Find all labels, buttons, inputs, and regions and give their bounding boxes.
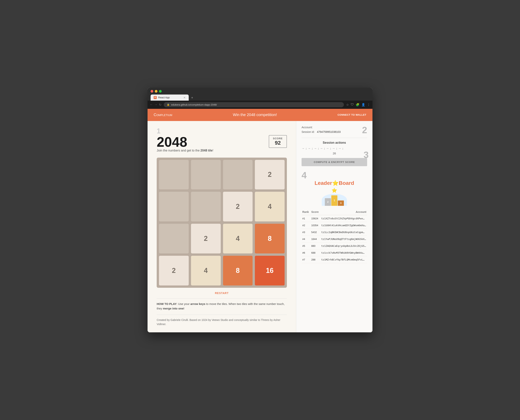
tile — [159, 160, 189, 190]
session-id-value: 4794759951038103 — [317, 130, 341, 133]
leaderboard-row: #4 1644 tz1YwPJUNoU9qQTtFtsg6mjWUGSkX… — [301, 236, 367, 242]
game-panel: 1 2048 Join the numbers and get to the 2… — [148, 121, 296, 332]
how-to-play: HOW TO PLAY: Use your arrow keys to move… — [157, 298, 287, 311]
score-cell: 5432 — [310, 229, 320, 236]
account-cell: tz1MZrh8CvYkp7BfLQMcm6mq5FvL… — [320, 256, 367, 263]
profile-icon[interactable]: 👤 — [362, 103, 365, 106]
leaderboard-row: #6 688 tz1cck7sNvM3TWkUA9VGWnyBW44u… — [301, 249, 367, 256]
session-actions-title: Session actions — [301, 138, 367, 144]
rank-cell: #7 — [301, 256, 310, 263]
address-bar: ← → ↻ 🔒 edukera.github.io/completium-dap… — [148, 101, 372, 109]
score-cell: 688 — [310, 249, 320, 256]
action-arrow: ↓ — [342, 147, 344, 150]
step-2-number: 2 — [362, 126, 367, 135]
leaderboard-star: ⭐ — [332, 180, 339, 186]
action-arrow: ↓ — [305, 147, 307, 150]
score-value: 92 — [273, 140, 283, 146]
tab-close-icon[interactable]: ✕ — [183, 96, 186, 99]
leaderboard-row: #2 10354 tz1UUHt41ukVHcamQ5YZgGWsm6mXa… — [301, 222, 367, 229]
browser-window: R React App ✕ + ← → ↻ 🔒 edukera.github.i… — [148, 88, 372, 332]
step-4-number: 4 — [301, 171, 307, 180]
restart-button[interactable]: RESTART — [157, 292, 287, 295]
score-label: SCORE — [273, 137, 283, 140]
subtitle-start: Join the numbers and get to the — [157, 149, 200, 152]
app-header: Completium Win the 2048 competition! CON… — [148, 109, 372, 121]
shield-icon[interactable]: 🛡 — [351, 103, 354, 106]
leaderboard-row: #7 288 tz1MZrh8CvYkp7BfLQMcm6mq5FvL… — [301, 256, 367, 263]
score-cell: 15624 — [310, 215, 320, 222]
action-arrow: → — [338, 147, 341, 150]
leaderboard-header: Leader⭐Board — [301, 180, 367, 186]
score-cell: 1644 — [310, 236, 320, 242]
action-arrow: → — [332, 147, 335, 150]
tile: 8 — [255, 224, 285, 254]
action-arrow: ↓ — [330, 147, 331, 150]
leaderboard-row: #3 5432 tz1Lc2qBKEWCBeDU8npG6zCeCqpm… — [301, 229, 367, 236]
tile: 4 — [255, 192, 285, 221]
app-tagline: Win the 2048 competition! — [172, 113, 338, 117]
leaderboard-row: #1 15624 tz1XZ7s6uStC2hZVpPQhXgcdXPwx… — [301, 215, 367, 222]
action-arrow: → — [301, 147, 305, 150]
account-cell: tz1ZAQXACaEqryobpBoLbJUc2DjG5… — [320, 242, 367, 249]
account-label: Account: — [301, 126, 341, 129]
account-cell: tz1cck7sNvM3TWkUA9VGWnyBW44u… — [320, 249, 367, 256]
account-cell: tz1UUHt41ukVHcamQ5YZgGWsm6mXa… — [320, 222, 367, 229]
game-grid: 22424824816 — [157, 158, 287, 288]
game-header: 2048 Join the numbers and get to the 204… — [157, 135, 287, 156]
action-arrow: → — [326, 147, 329, 150]
forward-button[interactable]: → — [154, 103, 158, 106]
tile — [191, 192, 221, 221]
extensions-icon[interactable]: 🧩 — [356, 103, 360, 106]
rank-header: Rank — [301, 209, 310, 215]
leaderboard-title: Leader⭐Board — [315, 180, 354, 186]
right-panel: Account: Session id: 4794759951038103 2 … — [296, 121, 372, 332]
maximize-button[interactable] — [159, 90, 162, 93]
browser-chrome: R React App ✕ + — [148, 88, 372, 101]
tile: 2 — [191, 224, 221, 254]
back-button[interactable]: ← — [150, 103, 153, 106]
close-button[interactable] — [151, 90, 153, 93]
arrow-keys: arrow keys — [190, 302, 205, 306]
action-arrow: → — [320, 147, 323, 150]
tile — [191, 160, 221, 190]
action-arrow: ↓ — [336, 147, 337, 150]
tile — [159, 192, 189, 221]
action-arrow: ↓ — [324, 147, 325, 150]
game-subtitle: Join the numbers and get to the 2048 til… — [157, 149, 213, 152]
tile — [159, 224, 189, 254]
browser-tab[interactable]: R React App ✕ — [151, 95, 189, 101]
traffic-lights — [151, 90, 369, 93]
subtitle-end: ! — [212, 149, 213, 152]
action-arrow: ↓ — [317, 147, 319, 150]
connect-wallet-button[interactable]: CONNECT TO WALLET — [338, 113, 366, 116]
score-cell: 10354 — [310, 222, 320, 229]
tile: 2 — [223, 192, 253, 221]
action-arrow: ↓ — [311, 147, 313, 150]
account-cell: tz1YwPJUNoU9qQTtFtsg6mjWUGSkX… — [320, 236, 367, 242]
leaderboard-section: 4 Leader⭐Board ⭐ 2 1 3 — [301, 171, 367, 263]
credits: Created by Gabriele Cirulli. Based on 10… — [157, 315, 287, 326]
tile: 8 — [223, 256, 253, 285]
lock-icon: 🔒 — [167, 103, 170, 106]
step-1-number: 1 — [157, 127, 160, 135]
refresh-button[interactable]: ↻ — [159, 103, 161, 106]
merge-text: merge into one! — [163, 307, 185, 310]
tile — [223, 160, 253, 190]
how-to-play-text: : Use your — [176, 302, 190, 306]
game-title: 2048 — [157, 135, 213, 149]
tab-title: React App — [158, 96, 170, 99]
minimize-button[interactable] — [155, 90, 158, 93]
url-box[interactable]: 🔒 edukera.github.io/completium-dapp-2048… — [164, 102, 344, 107]
tab-icon: R — [154, 96, 157, 99]
menu-icon[interactable]: ⋮ — [367, 103, 370, 106]
compute-encrypt-button[interactable]: COMPUTE & ENCRYPT SCORE — [301, 158, 367, 166]
app-brand: Completium — [154, 113, 172, 117]
account-cell: tz1Lc2qBKEWCBeDU8npG6zCeCqpm… — [320, 229, 367, 236]
nav-buttons: ← → ↻ — [150, 103, 161, 106]
subtitle-bold: 2048 tile — [200, 149, 212, 152]
tile: 16 — [255, 256, 285, 285]
new-tab-button[interactable]: + — [189, 95, 195, 101]
session-id-label: Session id: — [301, 130, 315, 133]
step-3-number: 3 — [363, 150, 369, 159]
bookmark-icon[interactable]: ☆ — [346, 103, 349, 106]
